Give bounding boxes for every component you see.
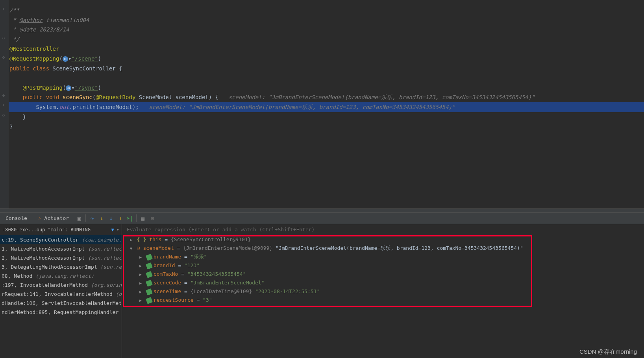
- step-out-icon[interactable]: ↑: [116, 212, 125, 224]
- tag-icon: [146, 297, 153, 304]
- variable-sceneModel[interactable]: ▼ ⊟ sceneModel = {JmBrandEnterSceneModel…: [122, 244, 644, 253]
- run-to-cursor-icon[interactable]: ➤|: [125, 212, 135, 224]
- variable-field[interactable]: ▶ sceneCode = "JmBrandEnterSceneModel": [122, 279, 644, 287]
- stack-frame[interactable]: 3, DelegatingMethodAccessorImpl (sun.ref…: [0, 262, 122, 271]
- tag-icon: [146, 288, 153, 295]
- trace-icon[interactable]: ⊟: [148, 212, 157, 224]
- tab-actuator[interactable]: ⚡ Actuator: [33, 212, 74, 224]
- evaluate-input[interactable]: Evaluate expression (Enter) or add a wat…: [122, 224, 644, 235]
- fold-icon[interactable]: ▾: [2, 103, 6, 107]
- panel-divider[interactable]: [0, 209, 644, 212]
- expand-icon[interactable]: ▶: [138, 253, 143, 261]
- filter-icon[interactable]: ▼: [111, 227, 114, 233]
- fold-icon[interactable]: ⊖: [2, 36, 6, 40]
- variable-field[interactable]: ▶ comTaxNo = "34534324543565454": [122, 270, 644, 279]
- tag-icon: [146, 280, 153, 287]
- globe-icon: ⊕: [66, 85, 71, 91]
- collapse-icon[interactable]: ▼: [128, 244, 134, 253]
- expand-icon[interactable]: ▶: [138, 279, 143, 287]
- stack-frame[interactable]: rRequest:141, InvocableHandlerMethod (or: [0, 290, 122, 299]
- layout-icon[interactable]: ▣: [74, 212, 84, 224]
- variable-field[interactable]: ▶ requestSource = "3": [122, 296, 644, 304]
- step-into-icon[interactable]: ↓: [97, 212, 106, 224]
- variable-this[interactable]: ▶ { } this = {SceneSyncController@9101}: [122, 235, 644, 244]
- expand-icon[interactable]: ▶: [128, 236, 134, 244]
- expand-icon[interactable]: ▶: [138, 270, 143, 279]
- editor-gutter: ▾ ⊖ ⊖ ⊖ ▾ ⊖: [0, 0, 9, 209]
- stack-frame[interactable]: 2, NativeMethodAccessorImpl (sun.reflect…: [0, 253, 122, 262]
- stack-frame[interactable]: dHandle:106, ServletInvocableHandlerMet: [0, 299, 122, 308]
- tag-icon: [146, 254, 153, 261]
- evaluate-icon[interactable]: ▦: [138, 212, 148, 224]
- fold-icon[interactable]: ▾: [2, 7, 6, 11]
- thread-selector[interactable]: -8080-exe...oup "main": RUNNING ▼ ▾: [0, 224, 122, 235]
- dropdown-icon[interactable]: ▾: [117, 227, 119, 233]
- fold-icon[interactable]: ⊖: [2, 55, 6, 59]
- variable-field[interactable]: ▶ brandId = "123": [122, 261, 644, 270]
- debug-toolbar: Console ⚡ Actuator ▣ ↷ ↓ ↓ ↑ ➤| ▦ ⊟: [0, 212, 644, 224]
- expand-icon[interactable]: ▶: [138, 296, 143, 304]
- watermark: CSDN @存在morning: [579, 348, 637, 356]
- stack-frame[interactable]: 08, Method (java.lang.reflect): [0, 271, 122, 280]
- frames-panel[interactable]: -8080-exe...oup "main": RUNNING ▼ ▾ c:19…: [0, 224, 122, 358]
- tag-icon: [146, 262, 153, 269]
- expand-icon[interactable]: ▶: [138, 288, 143, 296]
- variable-field[interactable]: ▶ brandName = "乐乐": [122, 253, 644, 261]
- stack-frame[interactable]: 1, NativeMethodAccessorImpl (sun.reflect…: [0, 244, 122, 253]
- expand-icon[interactable]: ▶: [138, 262, 143, 270]
- variables-panel[interactable]: Evaluate expression (Enter) or add a wat…: [122, 224, 644, 358]
- tag-icon: [146, 271, 153, 278]
- tab-console[interactable]: Console: [0, 212, 33, 224]
- fold-icon[interactable]: ⊖: [2, 113, 6, 117]
- code-editor[interactable]: ▾ ⊖ ⊖ ⊖ ▾ ⊖ /** * @author tianmaolin004 …: [0, 0, 644, 209]
- variable-field[interactable]: ▶ sceneTime = {LocalDateTime@9109} "2023…: [122, 287, 644, 296]
- code-content: /** * @author tianmaolin004 * @date 2023…: [9, 6, 535, 131]
- step-over-icon[interactable]: ↷: [87, 212, 97, 224]
- fold-icon[interactable]: ⊖: [2, 94, 6, 98]
- force-step-into-icon[interactable]: ↓: [106, 212, 116, 224]
- stack-frame[interactable]: ndlerMethod:895, RequestMappingHandler: [0, 308, 122, 317]
- stack-frame[interactable]: c:19, SceneSyncController (com.example.s…: [0, 235, 122, 244]
- globe-icon: ⊕: [63, 56, 68, 62]
- debug-panel: -8080-exe...oup "main": RUNNING ▼ ▾ c:19…: [0, 224, 644, 358]
- stack-frame[interactable]: :197, InvocableHandlerMethod (org.spring: [0, 280, 122, 290]
